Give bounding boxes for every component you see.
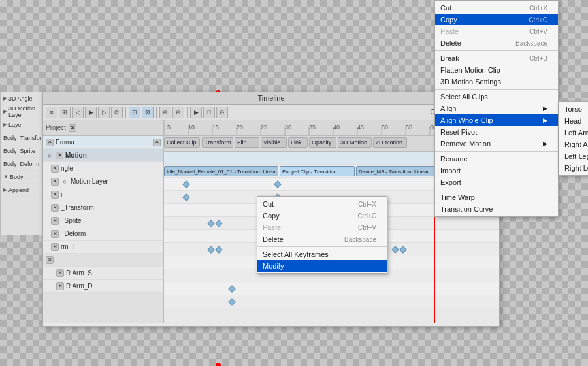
clip-2d-motion[interactable]: 2D Motion xyxy=(373,137,407,148)
toolbar-btn-zoom-out[interactable]: ⊖ xyxy=(172,107,184,118)
toolbar-btn-record[interactable]: ⊙ xyxy=(216,107,228,118)
close-btn[interactable]: ✕ xyxy=(51,230,59,238)
toolbar-btn-menu[interactable]: ≡ xyxy=(46,107,57,118)
clip-visible[interactable]: Visible xyxy=(261,137,287,148)
close-btn[interactable]: ✕ xyxy=(56,269,64,277)
sub-track-r-arm-d[interactable]: ✕ R Arm_D xyxy=(43,280,163,293)
layer-name: Body_Transform xyxy=(3,135,44,141)
timeline-toolbar: ≡ ⊞ ◁ ▶ ▷ ⟳ ⊡ ⊠ ⊕ ⊖ ▶ □ ⊙ Current Frame: xyxy=(43,105,499,120)
clip-3d-motion[interactable]: 3D Motion xyxy=(338,137,372,148)
emma-x2[interactable]: ✕ xyxy=(153,139,161,146)
menu-item-align[interactable]: Align ▶ xyxy=(435,103,558,114)
layer-item-layer[interactable]: ▶ Layer xyxy=(1,118,44,131)
toolbar-btn-prev[interactable]: ◁ xyxy=(72,107,84,118)
sub-track-layer[interactable]: ✕ r xyxy=(43,188,163,201)
menu-label: Modify xyxy=(263,262,284,270)
close-btn[interactable]: ✕ xyxy=(51,243,59,251)
menu-item-align-whole[interactable]: Align Whole Clip ▶ xyxy=(435,114,558,126)
small-menu-item-paste[interactable]: Paste Ctrl+V xyxy=(257,222,387,233)
clip-link[interactable]: Link xyxy=(288,137,308,148)
menu-item-time-warp[interactable]: Time Warp xyxy=(435,191,558,203)
eye-btn[interactable]: ○ xyxy=(61,178,69,186)
clip-opacity[interactable]: Opacity xyxy=(309,137,336,148)
toolbar-btn-snap1[interactable]: ⊡ xyxy=(129,107,140,118)
toolbar-btn-zoom-in[interactable]: ⊕ xyxy=(159,107,171,118)
menu-item-rename[interactable]: Rename xyxy=(435,153,558,165)
toolbar-btn-next[interactable]: ▷ xyxy=(98,107,110,118)
layer-item-body[interactable]: ▼ Body xyxy=(1,171,44,184)
menu-item-import[interactable]: Import xyxy=(435,165,558,176)
main-context-menu: Cut Ctrl+X Copy Ctrl+C Paste Ctrl+V Dele… xyxy=(434,0,559,217)
small-menu-item-copy[interactable]: Copy Ctrl+C xyxy=(257,210,387,222)
layer-item-3d-motion-layer[interactable]: ▶ 3D Motion Layer xyxy=(1,105,44,118)
menu-item-transition-curve[interactable]: Transition Curve xyxy=(435,203,558,215)
close-btn[interactable]: ✕ xyxy=(56,282,64,290)
menu-item-reset-pivot[interactable]: Reset Pivot xyxy=(435,126,558,138)
sub-track-body-sprite[interactable]: ✕ _Sprite xyxy=(43,214,163,227)
menu-item-3d-settings[interactable]: 3D Motion Settings... xyxy=(435,76,558,88)
sub-track-3d-motion-layer[interactable]: ✕ ○ Motion Layer xyxy=(43,175,163,188)
emma-close[interactable]: ✕ xyxy=(46,139,54,146)
sub-track-body[interactable]: ✕ rm_T xyxy=(43,241,163,254)
menu-item-remove-motion[interactable]: Remove Motion ▶ xyxy=(435,138,558,150)
sub-track-r-arm-s[interactable]: ✕ R Arm_S xyxy=(43,267,163,280)
close-btn[interactable]: ✕ xyxy=(51,178,59,186)
layer-item-body-sprite[interactable]: Body_Sprite xyxy=(1,144,44,158)
small-menu-item-select-all-keyframes[interactable]: Select All Keyframes xyxy=(257,248,387,260)
menu-item-paste[interactable]: Paste Ctrl+V xyxy=(435,25,558,37)
submenu-item-right-arm[interactable]: Right Arm xyxy=(559,139,588,150)
sub-track-body-transform[interactable]: ✕ _Transform xyxy=(43,201,163,214)
motion-eye[interactable]: ○ xyxy=(46,152,54,159)
motion-clip-1[interactable]: Idle_Normal_Female_01_01 - Transition: L… xyxy=(164,166,278,176)
layer-item-append[interactable]: ▶ Append xyxy=(1,184,44,197)
close-btn[interactable]: ✕ xyxy=(51,204,59,212)
layer-item-body-deform[interactable]: Body_Deform xyxy=(1,158,44,171)
motion-close[interactable]: ✕ xyxy=(56,152,63,159)
close-btn[interactable]: ✕ xyxy=(51,165,59,173)
menu-label: Flatten Motion Clip xyxy=(440,66,500,74)
svg-text:15: 15 xyxy=(212,124,219,131)
toolbar-btn-snap2[interactable]: ⊠ xyxy=(142,107,154,118)
toolbar-btn-play2[interactable]: ▶ xyxy=(190,107,202,118)
small-menu-item-modify[interactable]: Modify xyxy=(257,260,387,272)
project-close[interactable]: ✕ xyxy=(69,124,76,132)
toolbar-btn-loop[interactable]: ⟳ xyxy=(111,107,123,118)
close-btn[interactable]: ✕ xyxy=(51,191,59,199)
close-btn[interactable]: ✕ xyxy=(46,256,54,264)
toolbar-btn-stop[interactable]: □ xyxy=(203,107,215,118)
menu-item-cut[interactable]: Cut Ctrl+X xyxy=(435,2,558,14)
motion-row[interactable]: ○ ✕ Motion xyxy=(43,149,163,162)
toolbar-btn-play[interactable]: ▶ xyxy=(85,107,97,118)
sub-track-3d-angle[interactable]: ✕ ngle xyxy=(43,162,163,175)
menu-item-export[interactable]: Export xyxy=(435,176,558,188)
separator xyxy=(257,246,387,247)
emma-row[interactable]: ✕ Emma ✕ xyxy=(43,136,163,149)
submenu-item-left-arm[interactable]: Left Arm xyxy=(559,127,588,139)
menu-item-copy[interactable]: Copy Ctrl+C xyxy=(435,14,558,25)
submenu-item-left-leg[interactable]: Left Leg xyxy=(559,150,588,162)
small-menu-item-delete[interactable]: Delete Backspace xyxy=(257,233,387,245)
clip-collect[interactable]: Collect Clip xyxy=(164,137,200,148)
layer-item-body-transform[interactable]: Body_Transform xyxy=(1,131,44,144)
submenu-item-torso[interactable]: Torso xyxy=(559,103,588,115)
close-btn[interactable]: ✕ xyxy=(51,217,59,225)
sub-track-append[interactable]: ✕ xyxy=(43,254,163,267)
layer-item-3d-angle[interactable]: ▶ 3D Angle xyxy=(1,92,44,105)
timeline-title: Timeline xyxy=(257,94,284,102)
expand-icon: ▶ xyxy=(3,122,7,127)
motion-clip-3[interactable]: Dance_M3 - Transition: Linear, ... xyxy=(356,166,438,176)
small-menu-item-cut[interactable]: Cut Ctrl+X xyxy=(257,198,387,210)
menu-item-break[interactable]: Break Ctrl+B xyxy=(435,52,558,64)
menu-label: Break xyxy=(440,54,459,62)
menu-item-flatten[interactable]: Flatten Motion Clip xyxy=(435,64,558,76)
submenu-item-right-leg[interactable]: Right Leg xyxy=(559,162,588,174)
clip-flip[interactable]: Flip xyxy=(235,137,259,148)
expand-icon: ▶ xyxy=(3,187,7,193)
menu-item-delete[interactable]: Delete Backspace xyxy=(435,37,558,49)
submenu-item-head[interactable]: Head xyxy=(559,115,588,127)
sub-track-body-deform[interactable]: ✕ _Deform xyxy=(43,227,163,241)
motion-clip-2[interactable]: Puppet Clip - Transition: ... xyxy=(280,166,355,176)
menu-item-select-all[interactable]: Select All Clips xyxy=(435,91,558,103)
clip-transform[interactable]: Transform xyxy=(202,137,233,148)
toolbar-btn-grid[interactable]: ⊞ xyxy=(59,107,71,118)
